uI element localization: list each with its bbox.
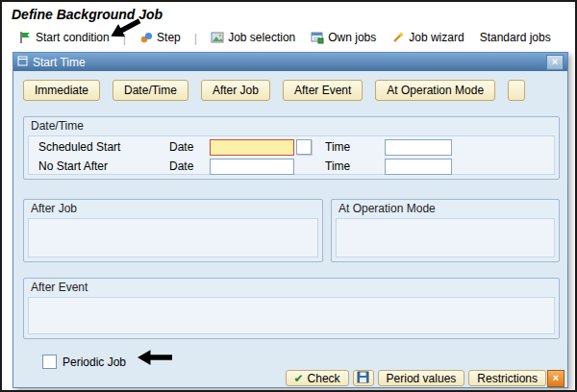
more-button[interactable] [508,80,525,101]
page-title: Define Background Job [12,7,163,22]
group-body: Scheduled Start Date Time No Start After… [28,135,555,175]
group-date-time: Date/Time Scheduled Start Date Time No S… [23,116,560,180]
close-icon[interactable]: × [546,55,564,70]
scheduled-start-row: Scheduled Start Date Time [38,137,452,157]
toolbar-item-start-condition[interactable]: Start condition [15,30,113,45]
group-title: Date/Time [31,119,84,133]
periodic-job-label: Periodic Job [63,355,126,369]
annotation-arrow-periodic-job [138,350,172,368]
period-values-button[interactable]: Period values [378,370,465,386]
application-toolbar: Start condition | Step | Job selection O… [15,28,569,47]
start-time-dialog: Start Time × Immediate Date/Time After J… [13,52,568,388]
scheduled-start-date-field[interactable] [210,139,294,156]
group-title: After Event [31,281,88,294]
toolbar-item-job-wizard[interactable]: Job wizard [389,30,466,45]
wizard-icon [391,31,405,44]
group-at-operation-mode: At Operation Mode [331,199,560,262]
start-type-button-row: Immediate Date/Time After Job After Even… [23,80,525,101]
dialog-icon [17,56,28,69]
save-button[interactable] [353,370,374,386]
dialog-title: Start Time [33,56,86,69]
toolbar-separator: | [194,31,197,45]
after-job-button[interactable]: After Job [201,80,270,101]
toolbar-label: Own jobs [328,31,376,44]
group-body [28,297,555,334]
no-start-after-row: No Start After Date Time [38,157,452,176]
group-title: After Job [31,202,77,215]
photo-icon [211,31,224,44]
date-time-button[interactable]: Date/Time [113,80,188,101]
group-after-event: After Event [23,278,560,339]
save-icon [357,371,369,386]
toolbar-item-step[interactable]: Step [137,30,184,45]
restrictions-button[interactable]: Restrictions [468,370,546,386]
toolbar-item-standard-jobs[interactable]: Standard jobs [477,30,554,45]
date-label: Date [169,140,210,154]
dialog-titlebar[interactable]: Start Time × [13,53,567,71]
time-label: Time [325,140,360,154]
toolbar-label: Step [157,31,181,44]
step-icon [139,31,153,44]
scheduled-start-time-field[interactable] [385,139,452,156]
input-help-icon[interactable] [296,139,312,155]
date-label: Date [169,159,210,173]
dialog-footer: ✔ Check Period values Restrictions [286,370,546,386]
toolbar-label: Job selection [228,31,295,44]
own-jobs-icon [311,31,324,44]
no-start-after-label: No Start After [38,159,169,173]
toolbar-item-job-selection[interactable]: Job selection [208,30,298,45]
immediate-button[interactable]: Immediate [23,80,100,101]
sap-window: Define Background Job Start condition | … [0,0,577,392]
time-label: Time [325,159,360,173]
toolbar-item-own-jobs[interactable]: Own jobs [308,30,379,45]
group-body [28,218,318,257]
check-button[interactable]: ✔ Check [286,370,349,386]
check-label: Check [308,372,340,385]
scheduled-start-label: Scheduled Start [38,140,169,154]
periodic-job-row: Periodic Job [42,355,126,369]
toolbar-label: Job wizard [409,31,464,44]
no-start-after-date-field[interactable] [210,159,294,175]
at-operation-mode-button[interactable]: At Operation Mode [375,80,495,101]
group-after-job: After Job [23,199,323,262]
flag-icon [18,31,32,44]
after-event-button[interactable]: After Event [283,80,363,101]
group-body [336,218,555,257]
periodic-job-checkbox[interactable] [42,355,57,369]
check-icon: ✔ [294,373,304,384]
cancel-icon[interactable]: × [547,370,564,387]
toolbar-label: Start condition [36,31,110,44]
toolbar-label: Standard jobs [480,31,551,44]
no-start-after-time-field[interactable] [385,159,452,175]
group-title: At Operation Mode [339,202,436,215]
